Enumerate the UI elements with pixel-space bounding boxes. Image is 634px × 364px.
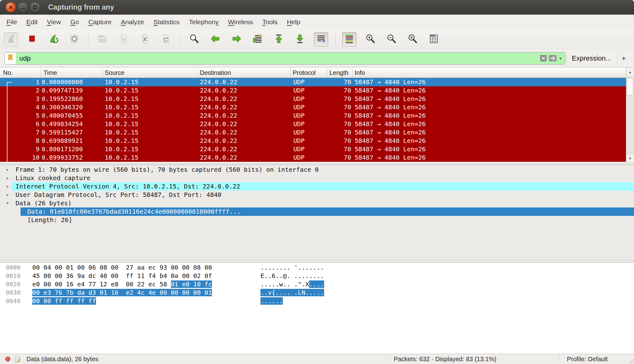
colorize-icon bbox=[344, 34, 355, 45]
column-separator[interactable] bbox=[352, 69, 353, 77]
collapsed-icon[interactable]: ▸ bbox=[6, 191, 9, 199]
restart-capture-button[interactable] bbox=[46, 32, 60, 47]
hex-ascii: ...... bbox=[260, 297, 283, 305]
hex-row[interactable]: 0020e0 00 00 16 e4 77 12 e8 00 22 ec 58 … bbox=[0, 280, 634, 289]
add-filter-button[interactable]: + bbox=[617, 54, 630, 63]
packet-time: 0.400070455 bbox=[42, 111, 83, 120]
column-header-destination[interactable]: Destination bbox=[200, 67, 231, 78]
scroll-up-icon[interactable]: ▲ bbox=[626, 67, 634, 77]
detail-row[interactable]: ▸Internet Protocol Version 4, Src: 10.0.… bbox=[0, 182, 634, 191]
packet-row[interactable]: 60.49983425410.0.2.15224.0.0.22UDP705848… bbox=[0, 120, 626, 128]
packet-protocol: UDP bbox=[293, 95, 305, 103]
detail-row[interactable]: [Length: 26] bbox=[0, 216, 634, 224]
packet-bytes-pane: 000000 04 00 01 00 06 08 00 27 aa ec 93 … bbox=[0, 263, 634, 354]
packet-row[interactable]: 90.80017120010.0.2.15224.0.0.22UDP705848… bbox=[0, 145, 626, 153]
packet-row[interactable]: 80.69988992110.0.2.15224.0.0.22UDP705848… bbox=[0, 137, 626, 145]
pane-splitter[interactable] bbox=[0, 163, 634, 165]
menu-item-file[interactable]: File bbox=[2, 15, 22, 29]
zoom-in-button[interactable] bbox=[363, 32, 378, 47]
collapsed-icon[interactable]: ▸ bbox=[6, 182, 9, 191]
pane-splitter[interactable] bbox=[0, 260, 634, 263]
capture-comment-icon[interactable] bbox=[15, 356, 21, 364]
menu-item-go[interactable]: Go bbox=[66, 15, 84, 29]
hex-row[interactable]: 003000 e3 76 7b da d3 01 16 e2 4c 4e 00 … bbox=[0, 289, 634, 297]
find-packet-button[interactable] bbox=[187, 32, 201, 47]
packet-destination: 224.0.0.22 bbox=[200, 86, 237, 95]
column-header-no[interactable]: No. bbox=[3, 67, 13, 78]
minimize-window-button[interactable]: — bbox=[18, 2, 28, 12]
packet-row[interactable]: 20.09974713910.0.2.15224.0.0.22UDP705848… bbox=[0, 86, 626, 95]
packet-protocol: UDP bbox=[293, 137, 305, 145]
resize-grip[interactable] bbox=[628, 358, 633, 363]
column-header-protocol[interactable]: Protocol bbox=[293, 67, 315, 78]
detail-row[interactable]: Data: 01e010fc00e3767bdad30116e24c4e0000… bbox=[0, 207, 634, 216]
column-separator[interactable] bbox=[103, 69, 103, 77]
detail-row[interactable]: ▾Data (26 bytes) bbox=[0, 199, 634, 207]
expanded-icon[interactable]: ▾ bbox=[6, 199, 9, 207]
colorize-packets-button[interactable] bbox=[342, 32, 356, 47]
detail-row[interactable]: ▸Linux cooked capture bbox=[0, 174, 634, 182]
menu-item-statistics[interactable]: Statistics bbox=[149, 15, 184, 29]
scroll-down-icon[interactable]: ▼ bbox=[626, 153, 634, 163]
packet-protocol: UDP bbox=[293, 78, 305, 86]
collapsed-icon[interactable]: ▸ bbox=[6, 174, 9, 182]
zoom-out-button[interactable] bbox=[384, 32, 399, 47]
filter-bookmark-button[interactable] bbox=[5, 52, 16, 64]
packet-row[interactable]: 70.59911542710.0.2.15224.0.0.22UDP705848… bbox=[0, 128, 626, 137]
hex-row[interactable]: 000000 04 00 01 00 06 08 00 27 aa ec 93 … bbox=[0, 263, 634, 272]
maximize-window-button[interactable] bbox=[30, 2, 40, 12]
resize-columns-button[interactable] bbox=[427, 32, 441, 47]
packet-row[interactable]: 10.00000000010.0.2.15224.0.0.22UDP705848… bbox=[0, 78, 626, 86]
column-header-time[interactable]: Time bbox=[44, 67, 57, 78]
column-separator[interactable] bbox=[40, 69, 41, 77]
hex-ascii: ..v{.... .LN..... bbox=[260, 289, 324, 297]
column-separator[interactable] bbox=[198, 69, 198, 77]
gear-icon bbox=[69, 34, 80, 45]
packet-row[interactable]: 100.89993375210.0.2.15224.0.0.22UDP70584… bbox=[0, 153, 626, 162]
menu-item-help[interactable]: Help bbox=[282, 15, 305, 29]
capture-options-button[interactable] bbox=[67, 32, 81, 47]
column-header-length[interactable]: Length bbox=[329, 67, 352, 78]
menu-item-edit[interactable]: Edit bbox=[22, 15, 42, 29]
packet-row[interactable]: 40.30034632010.0.2.15224.0.0.22UDP705848… bbox=[0, 103, 626, 111]
go-forward-button[interactable] bbox=[229, 32, 244, 47]
go-to-packet-button[interactable] bbox=[250, 32, 265, 47]
filter-history-caret-icon[interactable]: ▾ bbox=[558, 56, 563, 61]
apply-filter-icon[interactable] bbox=[549, 55, 557, 62]
go-first-packet-button[interactable] bbox=[272, 32, 286, 47]
expert-info-icon[interactable] bbox=[5, 356, 11, 363]
packet-row[interactable]: 50.40007045510.0.2.15224.0.0.22UDP705848… bbox=[0, 111, 626, 120]
menu-item-view[interactable]: View bbox=[42, 15, 66, 29]
packet-row[interactable]: 30.19952286010.0.2.15224.0.0.22UDP705848… bbox=[0, 95, 626, 103]
menu-item-wireless[interactable]: Wireless bbox=[223, 15, 258, 29]
column-header-source[interactable]: Source bbox=[105, 67, 124, 78]
profile-text[interactable]: Profile: Default bbox=[567, 354, 608, 364]
detail-row[interactable]: ▸User Datagram Protocol, Src Port: 58487… bbox=[0, 191, 634, 199]
menu-item-tools[interactable]: Tools bbox=[258, 15, 282, 29]
expression-button[interactable]: Expression... bbox=[567, 54, 617, 62]
column-header-info[interactable]: Info bbox=[355, 67, 365, 78]
packet-destination: 224.0.0.22 bbox=[200, 128, 237, 137]
detail-row[interactable]: ▸Frame 1: 70 bytes on wire (560 bits), 7… bbox=[0, 166, 634, 174]
packet-protocol: UDP bbox=[293, 128, 305, 137]
packet-length: 70 bbox=[320, 95, 351, 103]
go-last-packet-button[interactable] bbox=[293, 32, 307, 47]
auto-scroll-button[interactable] bbox=[314, 32, 328, 47]
display-filter-input[interactable]: udp ▾ bbox=[4, 52, 565, 65]
stop-square-icon bbox=[27, 34, 37, 45]
menu-item-capture[interactable]: Capture bbox=[84, 15, 116, 29]
close-window-button[interactable]: ✕ bbox=[6, 2, 16, 12]
column-separator[interactable] bbox=[327, 69, 327, 77]
column-separator[interactable] bbox=[291, 69, 291, 77]
clear-filter-icon[interactable] bbox=[540, 55, 547, 62]
hex-row[interactable]: 001045 00 00 36 9a dc 40 00 ff 11 f4 b4 … bbox=[0, 272, 634, 280]
packet-list-scrollbar[interactable]: ▲ ▼ bbox=[626, 67, 634, 163]
menu-item-analyze[interactable]: Analyze bbox=[116, 15, 149, 29]
stop-capture-button[interactable] bbox=[25, 32, 39, 47]
scrollbar-thumb[interactable] bbox=[627, 78, 633, 95]
collapsed-icon[interactable]: ▸ bbox=[6, 166, 9, 174]
hex-row[interactable]: 004000 00 ff ff ff ff...... bbox=[0, 297, 634, 305]
zoom-100-button[interactable] bbox=[406, 32, 420, 47]
menu-item-telephony[interactable]: Telephony bbox=[184, 15, 223, 29]
go-back-button[interactable] bbox=[208, 32, 223, 47]
